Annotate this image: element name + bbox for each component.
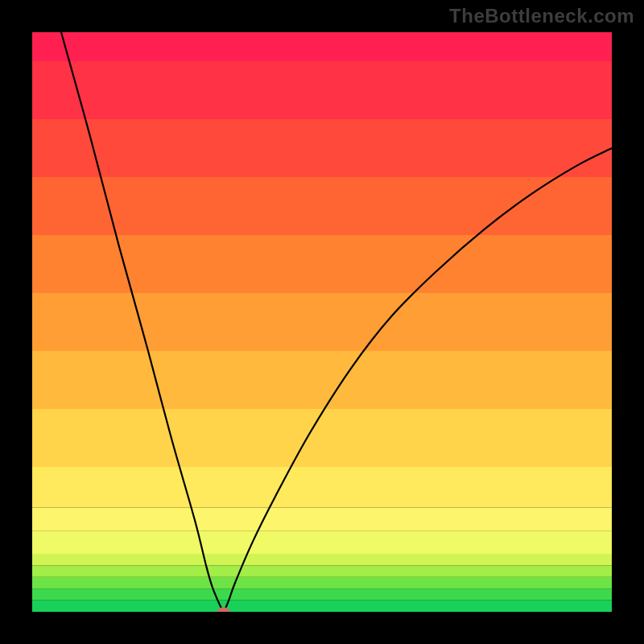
- gradient-band: [32, 119, 612, 177]
- gradient-band: [32, 61, 612, 119]
- gradient-band: [32, 32, 612, 61]
- gradient-band: [32, 467, 612, 507]
- gradient-band: [32, 409, 612, 467]
- gradient-band: [32, 577, 612, 588]
- gradient-band: [32, 177, 612, 235]
- gradient-band: [32, 530, 612, 554]
- gradient-band: [32, 293, 612, 351]
- watermark-label: TheBottleneck.com: [449, 5, 634, 27]
- gradient-band: [32, 565, 612, 576]
- gradient-band: [32, 554, 612, 565]
- gradient-band: [32, 588, 612, 600]
- chart-frame: TheBottleneck.com: [0, 0, 644, 644]
- gradient-background: [32, 32, 612, 612]
- bottleneck-chart: [32, 32, 612, 612]
- gradient-band: [32, 601, 612, 612]
- gradient-band: [32, 507, 612, 530]
- gradient-band: [32, 351, 612, 409]
